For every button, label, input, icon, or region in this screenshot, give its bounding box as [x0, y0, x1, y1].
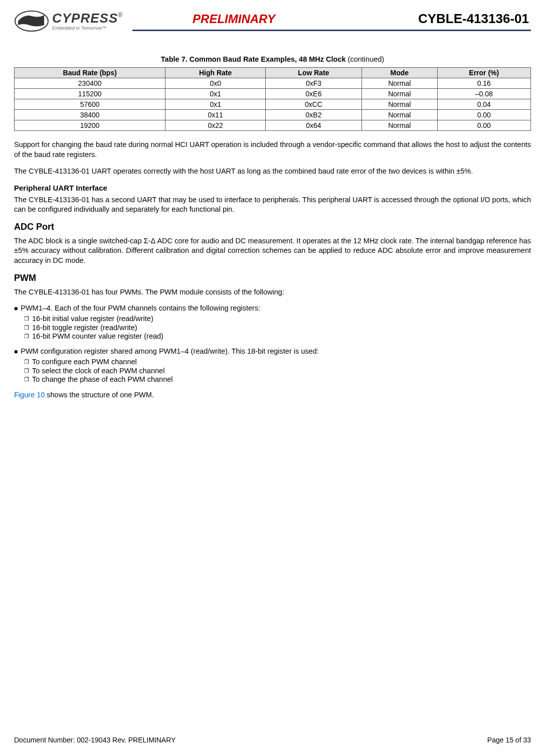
cell: 0.00 [437, 110, 530, 120]
hollow-bullet-icon: ❐ [24, 315, 29, 324]
header-divider [132, 30, 531, 31]
cell: Normal [362, 99, 438, 110]
list-item: ❐ To change the phase of each PWM channe… [24, 375, 531, 384]
hollow-bullet-icon: ❐ [24, 324, 29, 333]
cell: 0xCC [265, 99, 361, 110]
paragraph-adc: The ADC block is a single switched-cap Σ… [14, 236, 531, 266]
list-item: ■ PWM1–4. Each of the four PWM channels … [14, 304, 531, 314]
brand-logo: CYPRESS® Embedded in Tomorrow™ [14, 10, 122, 32]
paragraph-peripheral-uart: The CYBLE-413136-01 has a second UART th… [14, 195, 531, 215]
cell: 0x22 [165, 120, 266, 131]
cell: 0xB2 [265, 110, 361, 120]
table-row: 57600 0x1 0xCC Normal 0.04 [15, 99, 531, 110]
paragraph-vendor-command: Support for changing the baud rate durin… [14, 140, 531, 160]
cell: 230400 [15, 78, 165, 89]
document-number: Document Number: 002-19043 Rev. PRELIMIN… [14, 736, 175, 744]
bullet-text: 16-bit toggle register (read/write) [32, 324, 137, 332]
bullet-text: To select the clock of each PWM channel [32, 367, 164, 375]
part-number: CYBLE-413136-01 [418, 11, 529, 27]
table-header-row: Baud Rate (bps) High Rate Low Rate Mode … [15, 68, 531, 78]
square-bullet-icon: ■ [14, 347, 18, 357]
list-item: ❐ 16-bit initial value register (read/wr… [24, 315, 531, 324]
figure-link[interactable]: Figure 10 [14, 391, 45, 399]
col-error: Error (%) [437, 68, 530, 78]
bullet-text: 16-bit initial value register (read/writ… [32, 315, 153, 323]
col-high: High Rate [165, 68, 266, 78]
hollow-bullet-icon: ❐ [24, 332, 29, 341]
list-item: ❐ To select the clock of each PWM channe… [24, 367, 531, 376]
cell: 57600 [15, 99, 165, 110]
cypress-mark-icon [14, 10, 49, 32]
list-item: ■ PWM configuration register shared amon… [14, 347, 531, 357]
page-header: CYPRESS® Embedded in Tomorrow™ PRELIMINA… [14, 10, 531, 35]
bullet-text: PWM configuration register shared among … [21, 347, 318, 355]
cell: 19200 [15, 120, 165, 131]
paragraph-figure-ref: Figure 10 shows the structure of one PWM… [14, 390, 531, 400]
table-row: 115200 0x1 0xE6 Normal –0.08 [15, 89, 531, 99]
cell: 0x11 [165, 110, 266, 120]
col-baud: Baud Rate (bps) [15, 68, 165, 78]
cell: 0x0 [165, 78, 266, 89]
cell: Normal [362, 89, 438, 99]
bullet-text: 16-bit PWM counter value register (read) [32, 332, 163, 340]
cell: 0xF3 [265, 78, 361, 89]
col-low: Low Rate [265, 68, 361, 78]
bullet-text: To configure each PWM channel [32, 358, 137, 366]
bullet-text: To change the phase of each PWM channel [32, 375, 173, 383]
cell: –0.08 [437, 89, 530, 99]
preliminary-label: PRELIMINARY [193, 12, 275, 26]
paragraph-pwm-intro: The CYBLE-413136-01 has four PWMs. The P… [14, 287, 531, 297]
figure-ref-text: shows the structure of one PWM. [45, 391, 154, 399]
paragraph-baud-error: The CYBLE-413136-01 UART operates correc… [14, 167, 531, 177]
hollow-bullet-icon: ❐ [24, 367, 29, 376]
brand-name: CYPRESS [52, 11, 118, 26]
cell: Normal [362, 110, 438, 120]
table-row: 38400 0x11 0xB2 Normal 0.00 [15, 110, 531, 120]
col-mode: Mode [362, 68, 438, 78]
list-item: ❐ 16-bit toggle register (read/write) [24, 324, 531, 333]
cell: 38400 [15, 110, 165, 120]
bullet-group-pwm-channels: ■ PWM1–4. Each of the four PWM channels … [14, 304, 531, 341]
bullet-group-pwm-config: ■ PWM configuration register shared amon… [14, 347, 531, 384]
cell: 0.00 [437, 120, 530, 131]
section-pwm: PWM [14, 273, 531, 283]
cell: 115200 [15, 89, 165, 99]
cell: Normal [362, 120, 438, 131]
section-adc-port: ADC Port [14, 222, 531, 232]
cell: 0.16 [437, 78, 530, 89]
table-caption-suffix: (continued) [346, 55, 385, 63]
brand-text: CYPRESS® Embedded in Tomorrow™ [52, 12, 122, 31]
cell: 0x64 [265, 120, 361, 131]
table-caption-main: Table 7. Common Baud Rate Examples, 48 M… [161, 55, 346, 63]
hollow-bullet-icon: ❐ [24, 375, 29, 384]
header-right: PRELIMINARY CYBLE-413136-01 [132, 11, 531, 31]
cell: Normal [362, 78, 438, 89]
table-row: 19200 0x22 0x64 Normal 0.00 [15, 120, 531, 131]
list-item: ❐ 16-bit PWM counter value register (rea… [24, 332, 531, 341]
page-number: Page 15 of 33 [487, 736, 531, 744]
bullet-text: PWM1–4. Each of the four PWM channels co… [21, 304, 260, 312]
hollow-bullet-icon: ❐ [24, 358, 29, 367]
cell: 0x1 [165, 99, 266, 110]
brand-tagline: Embedded in Tomorrow™ [52, 26, 106, 31]
baud-rate-table: Baud Rate (bps) High Rate Low Rate Mode … [14, 67, 531, 131]
cell: 0x1 [165, 89, 266, 99]
brand-registered: ® [118, 12, 122, 19]
subheading-peripheral-uart: Peripheral UART Interface [14, 184, 531, 192]
cell: 0.04 [437, 99, 530, 110]
table-row: 230400 0x0 0xF3 Normal 0.16 [15, 78, 531, 89]
table-caption: Table 7. Common Baud Rate Examples, 48 M… [14, 55, 531, 63]
cell: 0xE6 [265, 89, 361, 99]
page-footer: Document Number: 002-19043 Rev. PRELIMIN… [14, 736, 531, 744]
list-item: ❐ To configure each PWM channel [24, 358, 531, 367]
square-bullet-icon: ■ [14, 304, 18, 314]
